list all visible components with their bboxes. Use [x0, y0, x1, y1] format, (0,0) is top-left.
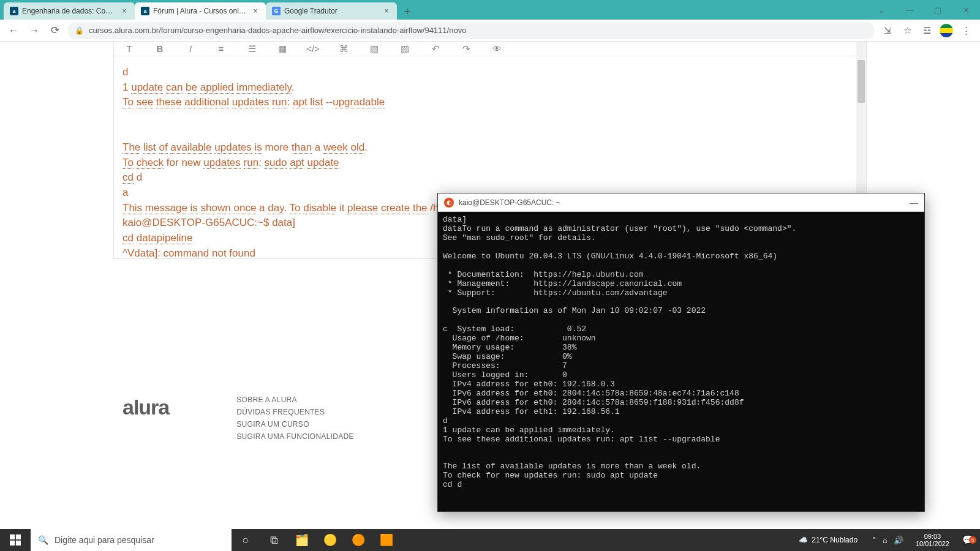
preview-icon[interactable]: 👁: [490, 43, 503, 54]
google-translate-favicon-icon: G: [272, 7, 281, 15]
profile-avatar-icon[interactable]: [937, 22, 956, 39]
alura-favicon-icon: a: [141, 7, 149, 15]
bold-icon[interactable]: B: [153, 43, 167, 54]
start-button[interactable]: [0, 529, 31, 551]
taskbar-weather[interactable]: ☁️ 21°C Nublado: [790, 536, 866, 544]
text-style-icon[interactable]: T: [123, 43, 136, 54]
url-text: cursos.alura.com.br/forum/curso-engenhar…: [89, 26, 466, 35]
terminal-window: ◐ kaio@DESKTOP-G65ACUC: ~ — data] dataTo…: [437, 193, 925, 512]
unordered-list-icon[interactable]: ☰: [245, 43, 258, 54]
table-icon[interactable]: ▦: [276, 43, 289, 54]
footer-link[interactable]: SUGIRA UMA FUNCIONALIDADE: [236, 432, 354, 441]
close-tab-icon[interactable]: ×: [382, 7, 391, 15]
close-tab-icon[interactable]: ×: [251, 7, 260, 15]
browser-address-bar: ← → ⟳ 🔒 cursos.alura.com.br/forum/curso-…: [0, 20, 980, 42]
new-tab-button[interactable]: +: [399, 4, 415, 20]
close-tab-icon[interactable]: ×: [120, 7, 129, 15]
footer-link[interactable]: SUGIRA UM CURSO: [236, 420, 354, 429]
search-icon: 🔍: [38, 535, 48, 545]
terminal-title: kaio@DESKTOP-G65ACUC: ~: [459, 198, 560, 207]
svg-rect-0: [10, 534, 15, 539]
nav-reload-button[interactable]: ⟳: [47, 22, 64, 39]
tab-label: Engenharia de dados: Conhecen…: [22, 7, 116, 15]
taskbar-pinned-apps: ○ ⧉ 🗂️ 🟡 🟠 🟧: [232, 529, 401, 551]
browser-titlebar: a Engenharia de dados: Conhecen… × a Fór…: [0, 0, 980, 20]
scrollbar-thumb[interactable]: [858, 60, 865, 103]
cortana-icon[interactable]: ○: [232, 529, 260, 551]
windows-taskbar: 🔍 Digite aqui para pesquisar ○ ⧉ 🗂️ 🟡 🟠 …: [0, 529, 980, 551]
link-icon[interactable]: ⌘: [337, 43, 350, 54]
footer-link[interactable]: DÚVIDAS FREQUENTES: [236, 408, 354, 416]
alura-favicon-icon: a: [10, 7, 18, 15]
svg-rect-3: [16, 541, 21, 545]
tray-onedrive-icon[interactable]: ⌂: [883, 536, 888, 545]
terminal-minimize-button[interactable]: —: [910, 198, 918, 208]
chrome-icon[interactable]: 🟡: [316, 529, 344, 551]
redo-icon[interactable]: ↷: [459, 43, 473, 54]
chrome-menu-icon[interactable]: ⋮: [957, 22, 975, 39]
terminal-body[interactable]: data] dataTo run a command as administra…: [438, 212, 924, 493]
terminal-titlebar[interactable]: ◐ kaio@DESKTOP-G65ACUC: ~ —: [438, 193, 924, 212]
clock-date: 10/01/2022: [916, 540, 949, 547]
window-close-button[interactable]: ✕: [952, 0, 980, 20]
taskbar-search-input[interactable]: 🔍 Digite aqui para pesquisar: [31, 529, 232, 551]
nav-forward-button[interactable]: →: [26, 22, 43, 39]
url-input[interactable]: 🔒 cursos.alura.com.br/forum/curso-engenh…: [67, 22, 875, 39]
svg-rect-1: [16, 534, 21, 539]
tab-search-icon[interactable]: ⌄: [867, 0, 895, 20]
bookmark-star-icon[interactable]: ☆: [898, 22, 916, 39]
editor-toolbar: T B I ≡ ☰ ▦ </> ⌘ ▧ ▨ ↶ ↷ 👁: [114, 42, 866, 56]
browser-tab-active[interactable]: a Fórum | Alura - Cursos online de ×: [135, 2, 266, 20]
svg-rect-2: [10, 541, 15, 545]
tray-volume-icon[interactable]: 🔊: [894, 536, 903, 545]
chart-icon[interactable]: ▨: [398, 43, 412, 54]
undo-icon[interactable]: ↶: [429, 43, 442, 54]
window-minimize-button[interactable]: —: [895, 0, 924, 20]
chrome-canary-icon[interactable]: 🟠: [344, 529, 372, 551]
reading-list-icon[interactable]: ☲: [918, 22, 936, 39]
lock-icon: 🔒: [75, 26, 84, 35]
alura-logo: alura: [123, 395, 169, 512]
page-content: T B I ≡ ☰ ▦ </> ⌘ ▧ ▨ ↶ ↷ 👁 d 1 update c…: [0, 42, 980, 529]
taskbar-clock[interactable]: 09:03 10/01/2022: [910, 533, 956, 547]
footer-link[interactable]: SOBRE A ALURA: [236, 395, 354, 404]
install-app-icon[interactable]: ⇲: [878, 22, 897, 39]
tab-label: Google Tradutor: [284, 7, 379, 15]
image-icon[interactable]: ▧: [368, 43, 381, 54]
tray-chevron-up-icon[interactable]: ˄: [872, 536, 876, 545]
task-view-icon[interactable]: ⧉: [260, 529, 288, 551]
clock-time: 09:03: [924, 533, 941, 540]
notification-badge: 5: [969, 536, 976, 544]
weather-text: 21°C Nublado: [812, 536, 858, 544]
system-tray: ˄ ⌂ 🔊: [866, 536, 910, 545]
action-center-icon[interactable]: 💬5: [956, 534, 980, 545]
ubuntu-icon[interactable]: 🟧: [372, 529, 401, 551]
tab-label: Fórum | Alura - Cursos online de: [153, 7, 247, 15]
file-explorer-icon[interactable]: 🗂️: [288, 529, 316, 551]
ordered-list-icon[interactable]: ≡: [214, 43, 228, 54]
nav-back-button[interactable]: ←: [5, 22, 22, 39]
code-icon[interactable]: </>: [306, 43, 320, 54]
window-restore-button[interactable]: ▢: [924, 0, 952, 20]
italic-icon[interactable]: I: [184, 43, 197, 54]
weather-icon: ☁️: [799, 536, 808, 544]
browser-tab[interactable]: a Engenharia de dados: Conhecen… ×: [4, 2, 135, 20]
browser-tab[interactable]: G Google Tradutor ×: [266, 2, 397, 20]
search-placeholder: Digite aqui para pesquisar: [55, 535, 154, 545]
ubuntu-icon: ◐: [444, 198, 454, 208]
footer-links: SOBRE A ALURA DÚVIDAS FREQUENTES SUGIRA …: [236, 395, 354, 512]
